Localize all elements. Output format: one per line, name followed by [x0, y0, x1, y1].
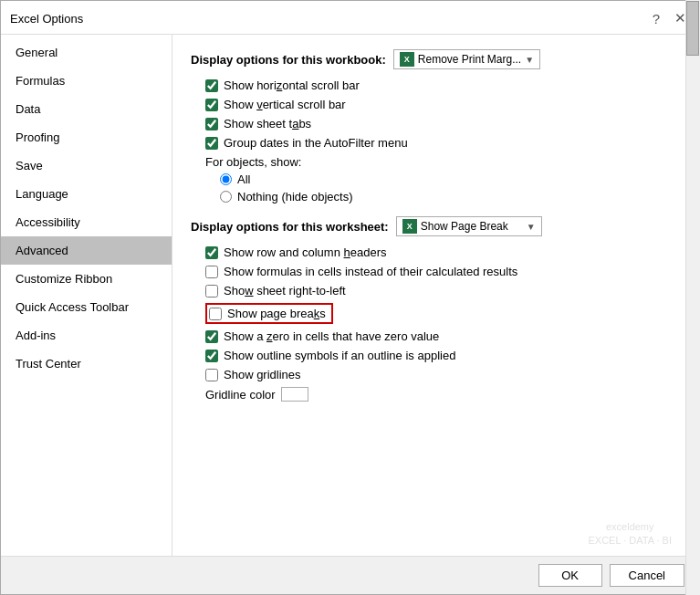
checkbox-horizontal-scroll[interactable] — [205, 79, 218, 92]
worksheet-dropdown-arrow: ▼ — [527, 222, 536, 232]
scrollbar-track[interactable] — [685, 35, 699, 556]
checkbox-row-col-headers[interactable] — [205, 246, 218, 259]
section2-header: Display options for this worksheet: X Sh… — [191, 216, 681, 236]
checkbox-row-gridlines: Show gridlines — [205, 368, 681, 381]
worksheet-dropdown[interactable]: X Show Page Break ▼ — [396, 216, 542, 236]
radio-row-radio-nothing: Nothing (hide objects) — [220, 190, 681, 204]
sidebar-item-quick-access-toolbar[interactable]: Quick Access Toolbar — [1, 293, 172, 321]
sidebar-item-customize-ribbon[interactable]: Customize Ribbon — [1, 265, 172, 293]
checkbox-label-sheet-right-left: Show sheet right-to-left — [224, 284, 346, 298]
excel-icon-worksheet: X — [402, 219, 417, 234]
sidebar-item-data[interactable]: Data — [1, 95, 172, 123]
checkbox-row-page-breaks: Show page breaks — [205, 303, 681, 324]
checkbox-label-gridlines: Show gridlines — [224, 368, 301, 381]
checkbox-page-breaks[interactable] — [209, 308, 222, 320]
checkbox-row-formulas-cells: Show formulas in cells instead of their … — [205, 265, 681, 278]
checkbox-row-group-dates: Group dates in the AutoFilter menu — [205, 136, 681, 150]
scrollbar-thumb[interactable] — [686, 35, 699, 56]
watermark-line1: exceldemy — [589, 520, 673, 533]
radio-all[interactable] — [220, 173, 232, 185]
sidebar-item-accessibility[interactable]: Accessibility — [1, 208, 172, 236]
gridline-color-swatch[interactable] — [281, 387, 308, 402]
for-objects-label: For objects, show: — [205, 155, 681, 169]
checkbox-sheet-right-left[interactable] — [205, 285, 218, 298]
sidebar-item-proofing[interactable]: Proofing — [1, 123, 172, 151]
checkbox-label-vertical-scroll: Show vertical scroll bar — [224, 98, 346, 111]
watermark: exceldemy EXCEL · DATA · BI — [589, 520, 673, 547]
sidebar-item-save[interactable]: Save — [1, 151, 172, 180]
dialog-content: GeneralFormulasDataProofingSaveLanguageA… — [1, 35, 699, 556]
checkbox-row-sheet-right-left: Show sheet right-to-left — [205, 284, 681, 298]
radio-label-radio-nothing: Nothing (hide objects) — [237, 190, 352, 204]
excel-options-dialog: Excel Options ? ✕ GeneralFormulasDataPro… — [0, 0, 700, 595]
checkbox-row-vertical-scroll: Show vertical scroll bar — [205, 98, 681, 111]
sidebar-item-advanced[interactable]: Advanced — [1, 236, 172, 265]
checkbox-gridlines[interactable] — [205, 369, 218, 381]
checkbox-group-dates[interactable] — [205, 137, 218, 150]
checkbox-label-zero-value: Show a zero in cells that have zero valu… — [224, 329, 439, 343]
sidebar-item-formulas[interactable]: Formulas — [1, 67, 172, 95]
radio-nothing[interactable] — [220, 191, 232, 203]
title-bar: Excel Options ? ✕ — [1, 1, 699, 35]
help-icon[interactable]: ? — [646, 8, 666, 28]
checkbox-label-horizontal-scroll: Show horizontal scroll bar — [224, 78, 360, 92]
checkbox-row-sheet-tabs: Show sheet tabs — [205, 117, 681, 130]
main-content: Display options for this workbook: X Rem… — [172, 35, 699, 556]
checkbox-row-row-col-headers: Show row and column headers — [205, 245, 681, 259]
sidebar-item-general[interactable]: General — [1, 38, 172, 67]
gridline-color-row: Gridline color — [205, 387, 681, 402]
watermark-line2: EXCEL · DATA · BI — [589, 534, 673, 547]
highlighted-checkbox-wrapper: Show page breaks — [205, 303, 333, 324]
checkbox-row-outline-symbols: Show outline symbols if an outline is ap… — [205, 349, 681, 362]
checkbox-vertical-scroll[interactable] — [205, 99, 218, 111]
sidebar: GeneralFormulasDataProofingSaveLanguageA… — [1, 35, 172, 556]
excel-icon-workbook: X — [400, 52, 414, 67]
checkbox-label-formulas-cells: Show formulas in cells instead of their … — [224, 265, 517, 278]
checkbox-formulas-cells[interactable] — [205, 266, 218, 278]
workbook-dropdown[interactable]: X Remove Print Marg... ▼ — [393, 49, 540, 69]
section2-header-label: Display options for this worksheet: — [191, 220, 389, 234]
sidebar-item-language[interactable]: Language — [1, 180, 172, 208]
cancel-button[interactable]: Cancel — [610, 564, 684, 587]
section1-header: Display options for this workbook: X Rem… — [191, 49, 681, 69]
sidebar-item-add-ins[interactable]: Add-ins — [1, 321, 172, 350]
checkbox-label-row-col-headers: Show row and column headers — [224, 245, 387, 259]
checkbox-label-group-dates: Group dates in the AutoFilter menu — [224, 136, 408, 150]
gridline-color-label: Gridline color — [205, 388, 276, 402]
sidebar-item-trust-center[interactable]: Trust Center — [1, 350, 172, 378]
checkbox-label-sheet-tabs: Show sheet tabs — [224, 117, 311, 130]
workbook-dropdown-arrow: ▼ — [525, 55, 534, 65]
checkbox-outline-symbols[interactable] — [205, 350, 218, 362]
worksheet-dropdown-label: Show Page Break — [421, 220, 523, 233]
checkbox-zero-value[interactable] — [205, 330, 218, 343]
dialog-title: Excel Options — [10, 12, 83, 26]
checkbox-row-horizontal-scroll: Show horizontal scroll bar — [205, 78, 681, 92]
title-bar-icons: ? ✕ — [646, 8, 690, 28]
section1-checkboxes: Show horizontal scroll barShow vertical … — [191, 78, 681, 150]
checkbox-row-zero-value: Show a zero in cells that have zero valu… — [205, 329, 681, 343]
bottom-bar: OK Cancel — [1, 556, 699, 594]
checkbox-label-page-breaks: Show page breaks — [227, 307, 326, 320]
checkbox-label-outline-symbols: Show outline symbols if an outline is ap… — [224, 349, 455, 362]
section1-radios: AllNothing (hide objects) — [191, 172, 681, 204]
radio-label-radio-all: All — [237, 172, 250, 186]
ok-button[interactable]: OK — [538, 564, 602, 587]
section2-checkboxes: Show row and column headersShow formulas… — [191, 245, 681, 381]
radio-row-radio-all: All — [220, 172, 681, 186]
section1-header-label: Display options for this workbook: — [191, 53, 386, 67]
checkbox-sheet-tabs[interactable] — [205, 118, 218, 130]
workbook-dropdown-label: Remove Print Marg... — [418, 53, 521, 66]
